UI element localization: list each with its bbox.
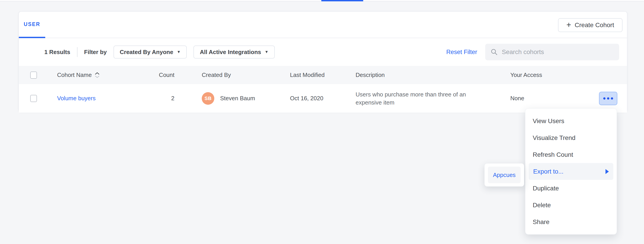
creator-name: Steven Baum (220, 95, 255, 102)
row-checkbox[interactable] (30, 95, 37, 102)
menu-item-view-users[interactable]: View Users (525, 113, 617, 129)
submenu-arrow-icon (606, 169, 609, 174)
active-nav-indicator (321, 0, 363, 1)
menu-item-refresh-count[interactable]: Refresh Count (525, 146, 617, 163)
dot-icon (611, 97, 613, 100)
reset-filter-link[interactable]: Reset Filter (446, 38, 477, 66)
menu-item-label: Refresh Count (533, 151, 573, 158)
submenu-item-appcues[interactable]: Appcues (488, 167, 520, 183)
reset-filter-label: Reset Filter (446, 49, 477, 56)
avatar: SB (202, 92, 214, 105)
header-your-access-label: Your Access (510, 72, 542, 79)
more-actions-button[interactable] (599, 92, 617, 105)
dot-icon (603, 97, 606, 100)
count-cell: 2 (144, 84, 174, 113)
menu-item-label: Share (533, 218, 550, 226)
header-cohort-name-label: Cohort Name (57, 72, 92, 79)
tab-bar: USER + Create Cohort (19, 12, 627, 38)
submenu-item-label: Appcues (493, 172, 516, 178)
dot-icon (607, 97, 609, 100)
created-by-dropdown[interactable]: Created By Anyone ▼ (114, 46, 187, 59)
create-cohort-button[interactable]: + Create Cohort (558, 18, 622, 32)
menu-item-export-to[interactable]: Export to... (529, 163, 613, 180)
table-header: Cohort Name Count Created By Last Modifi… (19, 66, 627, 84)
filter-left-group: 1 Results Filter by Created By Anyone ▼ … (44, 38, 275, 66)
row-context-menu: View Users Visualize Trend Refresh Count… (525, 108, 617, 234)
chevron-down-icon: ▼ (177, 50, 181, 54)
sort-icon[interactable] (94, 72, 100, 78)
header-your-access: Your Access (510, 66, 542, 84)
menu-item-label: Duplicate (533, 185, 559, 192)
chevron-down-icon: ▼ (265, 50, 268, 54)
header-last-modified: Last Modified (290, 66, 325, 84)
row-checkbox-cell (30, 84, 37, 113)
header-description: Description (356, 66, 490, 84)
count-value: 2 (171, 95, 174, 102)
tab-user[interactable]: USER (19, 12, 45, 38)
description-value: Users who purchase more than three of an… (356, 90, 490, 107)
created-by-dropdown-label: Created By Anyone (120, 49, 173, 56)
header-description-label: Description (356, 72, 385, 79)
last-modified-cell: Oct 16, 2020 (290, 84, 323, 113)
your-access-value: None (510, 95, 524, 102)
header-cohort-name[interactable]: Cohort Name (57, 66, 100, 84)
search-input[interactable] (502, 49, 614, 56)
header-created-by: Created By (202, 66, 231, 84)
filter-divider (77, 47, 78, 57)
header-checkbox-cell (30, 66, 37, 84)
menu-item-label: Delete (533, 202, 551, 209)
menu-item-share[interactable]: Share (525, 213, 617, 230)
top-nav-strip (0, 0, 644, 1)
header-count: Count (144, 66, 174, 84)
menu-item-label: Export to... (533, 168, 564, 175)
filter-bar: 1 Results Filter by Created By Anyone ▼ … (19, 38, 627, 66)
created-by-cell: SB Steven Baum (202, 84, 255, 113)
your-access-cell: None (510, 84, 524, 113)
plus-icon: + (566, 21, 571, 29)
menu-item-delete[interactable]: Delete (525, 197, 617, 213)
create-cohort-label: Create Cohort (575, 22, 614, 29)
header-created-by-label: Created By (202, 72, 231, 79)
export-submenu: Appcues (484, 163, 524, 187)
results-count: 1 Results (44, 49, 70, 56)
integrations-dropdown[interactable]: All Active Integrations ▼ (194, 46, 274, 59)
last-modified-value: Oct 16, 2020 (290, 95, 323, 102)
menu-item-label: View Users (533, 118, 564, 125)
description-cell: Users who purchase more than three of an… (356, 84, 490, 113)
header-last-modified-label: Last Modified (290, 72, 325, 79)
search-icon (490, 49, 498, 56)
menu-item-visualize-trend[interactable]: Visualize Trend (525, 129, 617, 146)
cohort-name-link[interactable]: Volume buyers (57, 95, 96, 102)
select-all-checkbox[interactable] (30, 72, 37, 79)
menu-item-label: Visualize Trend (533, 134, 576, 141)
search-box[interactable] (485, 44, 619, 60)
cohorts-card: USER + Create Cohort 1 Results Filter by… (18, 11, 628, 112)
header-count-label: Count (159, 72, 174, 79)
menu-item-duplicate[interactable]: Duplicate (525, 180, 617, 197)
avatar-initials: SB (204, 96, 212, 101)
tab-user-label: USER (24, 21, 40, 27)
integrations-dropdown-label: All Active Integrations (200, 49, 261, 56)
filter-by-label: Filter by (84, 49, 107, 56)
cohort-name-cell: Volume buyers (57, 84, 96, 113)
